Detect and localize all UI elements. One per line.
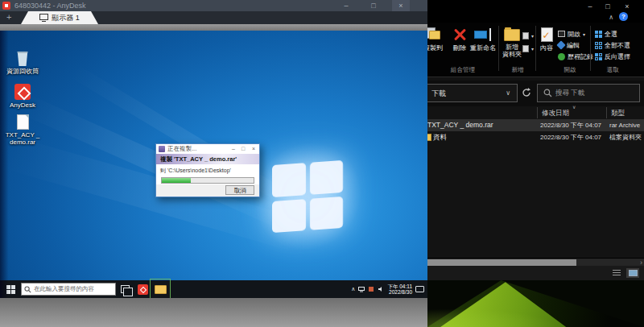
desktop-icon-rar-file[interactable]: TXT_ACY _ demo.rar <box>3 114 42 146</box>
viewport-letterbox-bottom <box>0 298 427 327</box>
search-input[interactable]: 搜尋 下載 <box>537 84 640 102</box>
new-folder-button[interactable]: 新增 資料夾 <box>502 26 522 58</box>
ribbon-divider <box>535 26 536 71</box>
volume-icon[interactable] <box>378 286 384 292</box>
properties-icon <box>541 27 553 42</box>
progress-fill <box>162 178 191 183</box>
folder-icon <box>427 134 431 141</box>
cancel-button[interactable]: 取消 <box>225 185 254 195</box>
explorer-close-button[interactable]: × <box>620 2 634 12</box>
properties-button[interactable]: 內容 <box>539 26 555 52</box>
taskbar-search-placeholder: 在此輸入要搜尋的內容 <box>34 285 94 293</box>
anydesk-maximize-button[interactable]: □ <box>365 0 382 11</box>
start-button[interactable] <box>0 280 21 298</box>
column-header-type[interactable]: 類型 <box>611 109 625 118</box>
search-icon <box>543 89 552 97</box>
invert-selection-icon <box>595 53 602 60</box>
dialog-maximize-button[interactable]: □ <box>238 144 248 153</box>
copy-to-button[interactable]: 複製到 <box>427 26 448 52</box>
light-beam <box>3 136 307 253</box>
select-none-button[interactable]: 全部不選 <box>595 40 630 50</box>
anydesk-close-button[interactable]: × <box>392 0 410 11</box>
list-header-row: 修改日期 ∨ 類型 <box>427 106 644 119</box>
details-view-button[interactable] <box>610 268 623 278</box>
horizontal-scrollbar[interactable]: › <box>427 258 644 266</box>
tray-expand-icon[interactable]: ∧ <box>351 286 355 292</box>
refresh-icon[interactable] <box>521 87 532 98</box>
file-row-rar[interactable]: TXT_ACY _ demo.rar 2022/8/30 下午 04:07 ra… <box>427 119 644 131</box>
search-placeholder: 搜尋 下載 <box>555 89 584 98</box>
history-button[interactable]: 歷程記錄 <box>558 52 593 61</box>
invert-selection-button[interactable]: 反向選擇 <box>595 52 630 61</box>
new-session-button[interactable]: + <box>6 12 11 22</box>
anydesk-minimize-button[interactable]: – <box>337 0 355 11</box>
dialog-minimize-button[interactable]: – <box>229 144 238 153</box>
copy-to-icon <box>427 27 441 42</box>
dialog-destination: 到 'C:\Users\node1\Desktop' <box>160 167 231 175</box>
anydesk-tabbar: + 顯示器 1 <box>0 11 427 24</box>
ribbon-collapse-icon[interactable]: ∧ <box>609 14 613 21</box>
explorer-ribbon: 複製到 刪除 重新命名 組合管理 新增 資料夾 ▾ ▾ <box>427 23 644 77</box>
address-row: 下載 ∨ 搜尋 下載 <box>427 81 644 106</box>
desktop-icon-anydesk[interactable]: AnyDesk <box>3 84 42 109</box>
touch-keyboard-icon[interactable] <box>415 286 424 292</box>
anydesk-taskbar-icon <box>138 284 148 295</box>
taskbar-clock[interactable]: 下午 04:11 2022/8/30 <box>387 284 412 296</box>
easy-access-icon <box>522 45 529 52</box>
group-label-open: 開啟 <box>555 66 585 74</box>
select-all-icon <box>595 31 602 38</box>
select-all-button[interactable]: 全選 <box>595 29 617 39</box>
local-wallpaper <box>427 280 644 327</box>
delete-icon <box>452 27 467 42</box>
taskbar-anydesk-button[interactable] <box>134 280 151 298</box>
rename-button[interactable]: 重新命名 <box>469 26 497 52</box>
column-separator[interactable] <box>606 107 607 118</box>
anydesk-window-title: 648030442 - AnyDesk <box>14 2 86 10</box>
windows-start-icon <box>6 285 15 294</box>
document-icon <box>17 114 29 130</box>
language-icon[interactable] <box>368 286 374 292</box>
open-button[interactable]: 開啟 ▾ <box>558 29 585 39</box>
progress-bar <box>161 177 254 184</box>
delete-button[interactable]: 刪除 <box>450 26 469 52</box>
network-icon[interactable] <box>358 286 365 292</box>
history-icon <box>558 53 565 60</box>
taskbar-explorer-button[interactable] <box>151 280 169 298</box>
tab-display-1[interactable]: 顯示器 1 <box>21 11 98 24</box>
anydesk-window: 648030442 - AnyDesk – □ × + 顯示器 1 <box>0 0 427 327</box>
chevron-down-icon[interactable]: ∨ <box>506 89 510 97</box>
thumbnail-view-button[interactable] <box>626 268 639 278</box>
column-header-date[interactable]: 修改日期 <box>542 109 569 118</box>
help-icon[interactable]: ? <box>619 12 628 21</box>
explorer-taskbar-icon <box>155 285 167 294</box>
dialog-titlebar[interactable]: 正在複製... – □ × <box>156 144 259 154</box>
anydesk-titlebar[interactable]: 648030442 - AnyDesk – □ × <box>0 0 427 11</box>
dialog-heading: 複製 'TXT_ACY _ demo.rar' <box>160 155 237 164</box>
screen: – □ × ∧ ? 複製到 刪除 重新命名 組合管理 新增 <box>0 0 644 327</box>
address-location: 下載 <box>431 89 446 99</box>
explorer-minimize-button[interactable]: – <box>583 2 597 12</box>
new-item-button[interactable]: ▾ <box>522 31 534 40</box>
anydesk-app-icon <box>14 84 31 100</box>
address-bar[interactable]: 下載 ∨ <box>427 84 518 102</box>
edit-button[interactable]: 編輯 <box>558 40 580 50</box>
rename-icon <box>474 27 492 42</box>
scrollbar-thumb[interactable] <box>427 259 576 266</box>
column-separator[interactable] <box>537 107 538 118</box>
file-row-folder[interactable]: 資料 2022/8/30 下午 04:07 檔案資料夾 <box>427 131 644 143</box>
explorer-maximize-button[interactable]: □ <box>601 2 615 12</box>
file-list: TXT_ACY _ demo.rar 2022/8/30 下午 04:07 ra… <box>427 119 644 143</box>
new-item-icon <box>522 32 529 39</box>
sort-indicator-icon: ∨ <box>572 104 576 110</box>
edit-icon <box>556 40 565 49</box>
taskbar-search-input[interactable]: 在此輸入要搜尋的內容 <box>21 283 116 296</box>
dialog-heading-band: 複製 'TXT_ACY _ demo.rar' <box>156 154 259 164</box>
desktop-icon-recycle-bin[interactable]: 資源回收筒 <box>3 52 42 75</box>
remote-desktop: 資源回收筒 AnyDesk TXT_ACY _ demo.rar 正在複製...… <box>0 31 427 298</box>
easy-access-button[interactable]: ▾ <box>522 43 534 53</box>
task-view-button[interactable] <box>116 280 134 298</box>
tent-glow <box>427 308 557 327</box>
dialog-close-button[interactable]: × <box>249 144 258 153</box>
anydesk-logo-icon <box>2 2 10 10</box>
light-beam <box>20 94 293 231</box>
